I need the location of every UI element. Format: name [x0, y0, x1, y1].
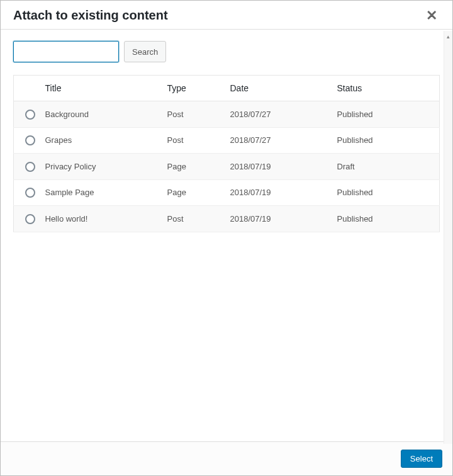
row-title: Sample Page — [42, 179, 161, 206]
col-status-header[interactable]: Status — [331, 76, 440, 101]
search-row: Search — [13, 41, 440, 62]
col-radio-header — [14, 76, 42, 101]
row-radio[interactable] — [25, 162, 35, 172]
row-date: 2018/07/19 — [224, 179, 331, 206]
table-header-row: Title Type Date Status — [14, 76, 440, 101]
modal-body: Search Title Type Date Status Background… — [1, 30, 452, 441]
table-row[interactable]: Sample Page Page 2018/07/19 Published — [14, 179, 440, 206]
table-row[interactable]: Grapes Post 2018/07/27 Published — [14, 127, 440, 154]
content-table: Title Type Date Status Background Post 2… — [13, 75, 440, 232]
row-type: Page — [161, 154, 224, 180]
table-row[interactable]: Background Post 2018/07/27 Published — [14, 101, 440, 128]
row-date: 2018/07/27 — [224, 101, 331, 128]
row-status: Draft — [331, 154, 440, 180]
select-button[interactable]: Select — [401, 450, 442, 468]
col-title-header[interactable]: Title — [42, 76, 161, 101]
table-row[interactable]: Hello world! Post 2018/07/19 Published — [14, 206, 440, 232]
row-status: Published — [331, 179, 440, 206]
table-row[interactable]: Privacy Policy Page 2018/07/19 Draft — [14, 154, 440, 180]
modal-title: Attach to existing content — [13, 8, 168, 23]
row-title: Grapes — [42, 127, 161, 154]
row-radio[interactable] — [25, 188, 35, 198]
modal-footer: Select — [1, 441, 452, 475]
row-date: 2018/07/19 — [224, 206, 331, 232]
row-radio[interactable] — [25, 110, 35, 120]
col-date-header[interactable]: Date — [224, 76, 331, 101]
row-status: Published — [331, 101, 440, 128]
col-type-header[interactable]: Type — [161, 76, 224, 101]
search-button[interactable]: Search — [124, 41, 166, 62]
row-radio[interactable] — [25, 214, 35, 224]
row-date: 2018/07/27 — [224, 127, 331, 154]
row-status: Published — [331, 206, 440, 232]
row-status: Published — [331, 127, 440, 154]
row-title: Hello world! — [42, 206, 161, 232]
row-title: Privacy Policy — [42, 154, 161, 180]
row-type: Post — [161, 206, 224, 232]
row-type: Post — [161, 101, 224, 128]
row-date: 2018/07/19 — [224, 154, 331, 180]
row-type: Post — [161, 127, 224, 154]
row-type: Page — [161, 179, 224, 206]
attach-modal: Attach to existing content ✕ ▴ Search Ti… — [0, 0, 453, 476]
close-icon[interactable]: ✕ — [423, 9, 440, 23]
search-input[interactable] — [13, 41, 119, 62]
row-radio[interactable] — [25, 135, 35, 145]
row-title: Background — [42, 101, 161, 128]
modal-header: Attach to existing content ✕ — [1, 1, 452, 30]
